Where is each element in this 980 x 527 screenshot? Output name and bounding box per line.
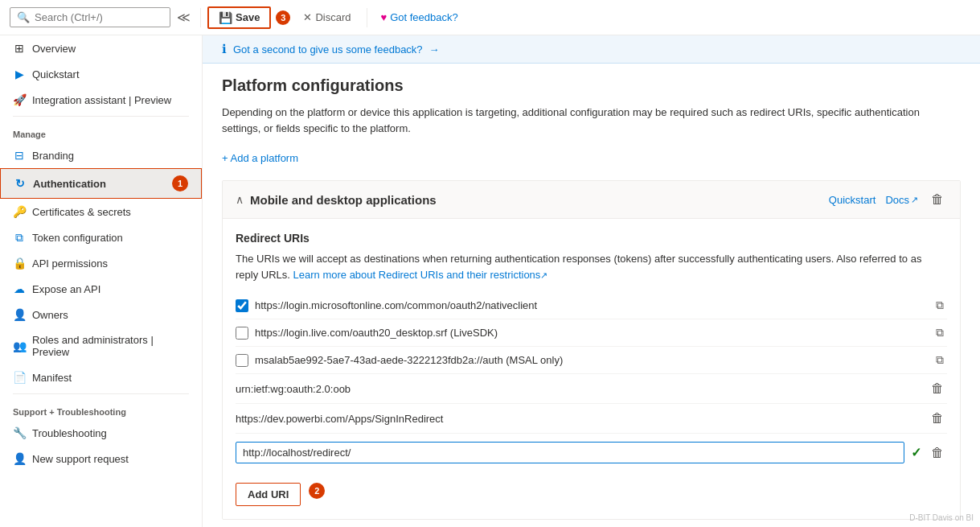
watermark: D-BIT Davis on BI (909, 513, 974, 522)
sidebar-item-manifest[interactable]: 📄 Manifest (0, 364, 202, 390)
page-title: Platform configurations (222, 76, 961, 95)
uri-text-3: msalab5ae992-5ae7-43ad-aede-3222123fdb2a… (255, 354, 926, 366)
collapse-section-button[interactable]: ∧ (236, 193, 244, 206)
new-support-icon: 👤 (13, 452, 26, 465)
owners-icon: 👤 (13, 308, 26, 321)
sidebar-item-api-permissions[interactable]: 🔒 API permissions (0, 250, 202, 276)
feedback-button[interactable]: ♥ Got feedback? (374, 8, 464, 27)
sidebar-item-new-support[interactable]: 👤 New support request (0, 446, 202, 471)
search-icon: 🔍 (17, 11, 30, 23)
feedback-banner: ℹ Got a second to give us some feedback?… (203, 35, 980, 64)
content-body: Platform configurations Depending on the… (203, 64, 980, 527)
sidebar-item-certificates[interactable]: 🔑 Certificates & secrets (0, 199, 202, 224)
annotation-add-uri: 2 (309, 483, 325, 499)
platform-card-body: Redirect URIs The URIs we will accept as… (223, 219, 960, 519)
uri-input-row: ✓ 🗑 (236, 437, 947, 468)
page-description: Depending on the platform or device this… (222, 105, 945, 136)
sidebar-divider-support (13, 393, 189, 394)
rocket-icon: 🚀 (13, 93, 26, 106)
platform-card-title: Mobile and desktop applications (250, 193, 437, 207)
sidebar-item-troubleshooting[interactable]: 🔧 Troubleshooting (0, 420, 202, 446)
uri-checkbox-2[interactable] (236, 327, 248, 340)
troubleshooting-icon: 🔧 (13, 426, 26, 439)
save-icon: 💾 (219, 11, 232, 24)
platform-card-title-row: ∧ Mobile and desktop applications (236, 193, 437, 207)
toolbar: 🔍 ≪ 💾 Save 3 ✕ Discard ♥ Got feedback? (0, 0, 980, 35)
save-button[interactable]: 💾 Save (207, 6, 271, 29)
sidebar-item-roles[interactable]: 👥 Roles and administrators | Preview (0, 327, 202, 364)
uri-delete-button-5[interactable]: 🗑 (928, 410, 947, 427)
uri-row-4: urn:ietf:wg:oauth:2.0:oob 🗑 (236, 374, 947, 404)
platform-card-actions: Quickstart Docs ↗ 🗑 (829, 191, 947, 208)
redirect-uris-title: Redirect URIs (236, 232, 947, 245)
sidebar-item-overview[interactable]: ⊞ Overview (0, 35, 202, 61)
manifest-icon: 📄 (13, 371, 26, 384)
uri-delete-button-input[interactable]: 🗑 (928, 444, 947, 462)
uri-delete-button-4[interactable]: 🗑 (928, 380, 947, 397)
uri-checkbox-3[interactable] (236, 354, 248, 367)
save-badge: 3 (276, 10, 290, 25)
add-uri-section: Add URI 2 (236, 475, 947, 506)
sidebar: ⊞ Overview ▶ Quickstart 🚀 Integration as… (0, 35, 203, 527)
sidebar-item-owners[interactable]: 👤 Owners (0, 302, 202, 327)
uri-copy-button-2[interactable]: ⧉ (933, 324, 947, 341)
redirect-learn-more-link[interactable]: Learn more about Redirect URIs and their… (293, 269, 548, 281)
delete-platform-button[interactable]: 🗑 (928, 191, 947, 208)
expose-api-icon: ☁ (13, 282, 26, 295)
sidebar-item-branding[interactable]: ⊟ Branding (0, 142, 202, 168)
layout: ⊞ Overview ▶ Quickstart 🚀 Integration as… (0, 35, 980, 527)
uri-row-3: msalab5ae992-5ae7-43ad-aede-3222123fdb2a… (236, 347, 947, 374)
roles-icon: 👥 (13, 340, 26, 352)
authentication-icon: ↻ (14, 177, 27, 190)
uri-input-check-icon: ✓ (908, 443, 925, 462)
overview-icon: ⊞ (13, 42, 26, 55)
sidebar-item-quickstart[interactable]: ▶ Quickstart (0, 61, 202, 87)
add-platform-button[interactable]: + Add a platform (222, 149, 298, 167)
branding-icon: ⊟ (13, 149, 26, 162)
uri-copy-button-1[interactable]: ⧉ (933, 297, 947, 314)
heart-icon: ♥ (380, 11, 387, 23)
redirect-desc: The URIs we will accept as destinations … (236, 251, 947, 282)
discard-button[interactable]: ✕ Discard (293, 8, 360, 27)
uri-text-4: urn:ietf:wg:oauth:2.0:oob (236, 383, 928, 395)
uri-checkbox-1[interactable] (236, 299, 248, 312)
uri-row-5: https://dev.powerbi.com/Apps/SignInRedir… (236, 404, 947, 434)
manage-section-label: Manage (0, 120, 202, 142)
sidebar-item-integration[interactable]: 🚀 Integration assistant | Preview (0, 87, 202, 113)
external-link-icon: ↗ (911, 195, 918, 205)
platform-card-header: ∧ Mobile and desktop applications Quicks… (223, 181, 960, 219)
api-permissions-icon: 🔒 (13, 257, 26, 270)
uri-copy-button-3[interactable]: ⧉ (933, 352, 947, 368)
uri-input-field[interactable] (236, 442, 904, 463)
sidebar-item-token[interactable]: ⧉ Token configuration (0, 224, 202, 250)
search-input[interactable] (35, 11, 147, 23)
sidebar-item-authentication[interactable]: ↻ Authentication 1 (0, 168, 202, 199)
token-icon: ⧉ (13, 231, 26, 244)
toolbar-divider (200, 8, 201, 27)
sidebar-item-expose-api[interactable]: ☁ Expose an API (0, 276, 202, 302)
platform-card: ∧ Mobile and desktop applications Quicks… (222, 180, 961, 520)
uri-row-1: https://login.microsoftonline.com/common… (236, 292, 947, 319)
uri-text-5: https://dev.powerbi.com/Apps/SignInRedir… (236, 413, 928, 425)
sidebar-divider-manage (13, 116, 189, 117)
quickstart-link[interactable]: Quickstart (829, 194, 876, 206)
toolbar-divider-2 (367, 8, 367, 27)
main-content: ℹ Got a second to give us some feedback?… (203, 35, 980, 527)
feedback-link[interactable]: → (429, 43, 440, 56)
quickstart-icon: ▶ (13, 68, 26, 80)
uri-text-1: https://login.microsoftonline.com/common… (255, 299, 926, 311)
collapse-sidebar-button[interactable]: ≪ (174, 6, 194, 28)
discard-icon: ✕ (303, 11, 312, 23)
uri-row-2: https://login.live.com/oauth20_desktop.s… (236, 319, 947, 347)
uri-text-2: https://login.live.com/oauth20_desktop.s… (255, 327, 926, 339)
docs-link[interactable]: Docs ↗ (885, 194, 918, 206)
annotation-auth: 1 (172, 175, 188, 191)
external-link-icon-2: ↗ (540, 270, 547, 280)
certificate-icon: 🔑 (13, 205, 26, 218)
info-icon: ℹ (222, 42, 227, 56)
search-box: 🔍 (10, 7, 170, 27)
support-section-label: Support + Troubleshooting (0, 397, 202, 420)
add-uri-button[interactable]: Add URI (236, 483, 301, 506)
